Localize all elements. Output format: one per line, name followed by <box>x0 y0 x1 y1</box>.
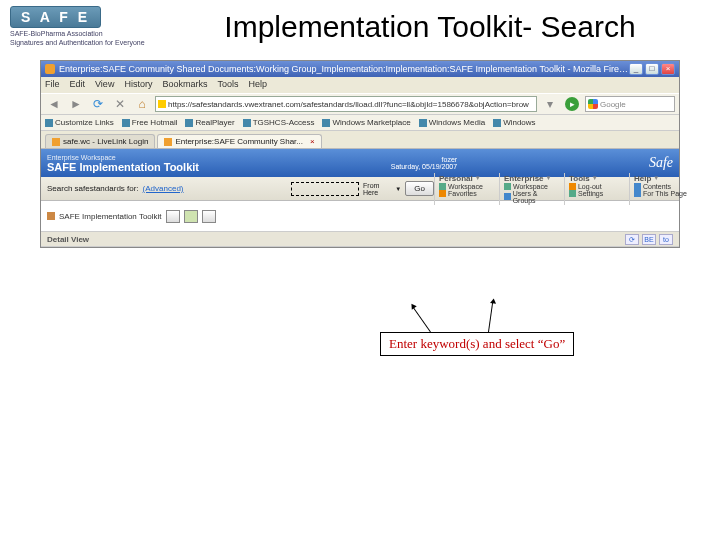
menu-item[interactable]: Settings <box>569 190 625 197</box>
safe-logo: S A F E SAFE-BioPharma Association Signa… <box>10 6 150 46</box>
logo-pill: S A F E <box>10 6 101 28</box>
view-icon[interactable]: BE <box>642 234 656 245</box>
bookmark-icon <box>419 119 427 127</box>
menu-edit[interactable]: Edit <box>70 79 86 91</box>
tab-enterprise[interactable]: Enterprise:SAFE Community Shar...× <box>157 134 321 148</box>
tab-login[interactable]: safe.wc - LiveLink Login <box>45 134 155 148</box>
menu-item[interactable]: Workspace <box>504 183 560 190</box>
bookmark-item[interactable]: Customize Links <box>45 118 114 127</box>
address-bar[interactable]: https://safestandards.vwextranet.com/saf… <box>155 96 537 112</box>
logo-sub2: Signatures and Authentication for Everyo… <box>10 39 150 46</box>
bookmark-icon <box>493 119 501 127</box>
reload-button[interactable]: ⟳ <box>89 96 107 112</box>
logout-icon <box>569 183 576 190</box>
advanced-link[interactable]: (Advanced) <box>143 184 184 193</box>
menu-item[interactable]: Contents <box>634 183 690 190</box>
menu-item[interactable]: Log-out <box>569 183 625 190</box>
bookmarks-toolbar: Customize Links Free Hotmail RealPlayer … <box>41 115 679 131</box>
search-label: Search safestandards for: <box>47 184 139 193</box>
window-titlebar: Enterprise:SAFE Community Shared Documen… <box>41 61 679 77</box>
bookmark-icon <box>185 119 193 127</box>
page-icon <box>52 138 60 146</box>
folder-icon <box>47 212 55 220</box>
from-here-label: From Here <box>363 182 391 196</box>
refresh-icon[interactable]: ⟳ <box>625 234 639 245</box>
content-area: SAFE Implementation Toolkit <box>41 201 679 231</box>
bookmark-icon <box>122 119 130 127</box>
menu-bookmarks[interactable]: Bookmarks <box>162 79 207 91</box>
close-button[interactable]: × <box>661 63 675 75</box>
chevron-down-icon: ▼ <box>475 175 481 181</box>
breadcrumb[interactable]: SAFE Implementation Toolkit <box>59 212 162 221</box>
menu-file[interactable]: File <box>45 79 60 91</box>
menu-personal: Personal▼ Workspace Favorites <box>434 173 499 205</box>
favorites-icon <box>439 190 446 197</box>
stop-button[interactable]: ✕ <box>111 96 129 112</box>
bookmark-icon <box>45 119 53 127</box>
menu-item[interactable]: For This Page <box>634 190 690 197</box>
menu-tools[interactable]: Tools <box>217 79 238 91</box>
annotation-callout: Enter keyword(s) and select “Go” <box>380 332 574 356</box>
users-icon <box>504 193 511 200</box>
url-text: https://safestandards.vwextranet.com/saf… <box>168 100 529 109</box>
chevron-down-icon: ▼ <box>653 175 659 181</box>
chevron-down-icon[interactable]: ▼ <box>395 186 401 192</box>
browser-window: Enterprise:SAFE Community Shared Documen… <box>40 60 680 248</box>
home-button[interactable]: ⌂ <box>133 96 151 112</box>
url-dropdown[interactable]: ▾ <box>541 96 559 112</box>
page-icon <box>164 138 172 146</box>
header-small: Enterprise Workspace <box>47 154 199 161</box>
bookmark-item[interactable]: Windows <box>493 118 535 127</box>
view-icon[interactable]: to <box>659 234 673 245</box>
minimize-button[interactable]: _ <box>629 63 643 75</box>
forward-button[interactable]: ► <box>67 96 85 112</box>
dropdown-button[interactable] <box>166 210 180 223</box>
brand-logo: Safe <box>649 155 673 170</box>
chevron-down-icon: ▼ <box>592 175 598 181</box>
window-title: Enterprise:SAFE Community Shared Documen… <box>59 64 629 74</box>
header-date: Saturday, 05/19/2007 <box>391 163 457 170</box>
page-help-icon <box>634 190 641 197</box>
app-toolbar: Search safestandards for: (Advanced) Fro… <box>41 177 679 201</box>
dropdown-button[interactable] <box>202 210 216 223</box>
bookmark-item[interactable]: Windows Marketplace <box>322 118 410 127</box>
bookmark-item[interactable]: RealPlayer <box>185 118 234 127</box>
firefox-icon <box>45 64 55 74</box>
back-button[interactable]: ◄ <box>45 96 63 112</box>
lock-icon <box>158 100 166 108</box>
go-url-button[interactable]: ▸ <box>565 97 579 111</box>
menu-item[interactable]: Workspace <box>439 183 495 190</box>
menu-help[interactable]: Help <box>248 79 267 91</box>
maximize-button[interactable]: □ <box>645 63 659 75</box>
contents-icon <box>634 183 641 190</box>
search-engine-box[interactable]: Google <box>585 96 675 112</box>
bookmark-icon <box>322 119 330 127</box>
search-input-highlight[interactable] <box>291 182 359 196</box>
nav-toolbar: ◄ ► ⟳ ✕ ⌂ https://safestandards.vwextran… <box>41 93 679 115</box>
annotation-arrow <box>488 302 493 332</box>
bookmark-item[interactable]: Free Hotmail <box>122 118 178 127</box>
annotation-arrow <box>413 307 431 332</box>
menubar: File Edit View History Bookmarks Tools H… <box>41 77 679 93</box>
google-icon <box>588 99 598 109</box>
tab-close-icon[interactable]: × <box>310 137 315 146</box>
settings-icon <box>569 190 576 197</box>
menu-view[interactable]: View <box>95 79 114 91</box>
bookmark-item[interactable]: Windows Media <box>419 118 485 127</box>
workspace-icon <box>439 183 446 190</box>
search-placeholder: Google <box>600 100 626 109</box>
menu-enterprise: Enterprise▼ Workspace Users & Groups <box>499 173 564 205</box>
chevron-down-icon: ▼ <box>546 175 552 181</box>
detail-header: Detail View ⟳ BE to <box>41 231 679 247</box>
menu-help: Help▼ Contents For This Page <box>629 173 694 205</box>
menu-item[interactable]: Users & Groups <box>504 190 560 204</box>
menu-item[interactable]: Favorites <box>439 190 495 197</box>
header-user: fozer <box>391 156 457 163</box>
bookmark-icon <box>243 119 251 127</box>
workspace-icon <box>504 183 511 190</box>
go-button[interactable]: Go <box>405 181 434 196</box>
tab-bar: safe.wc - LiveLink Login Enterprise:SAFE… <box>41 131 679 149</box>
menu-history[interactable]: History <box>124 79 152 91</box>
action-button[interactable] <box>184 210 198 223</box>
bookmark-item[interactable]: TGSHCS-Access <box>243 118 315 127</box>
